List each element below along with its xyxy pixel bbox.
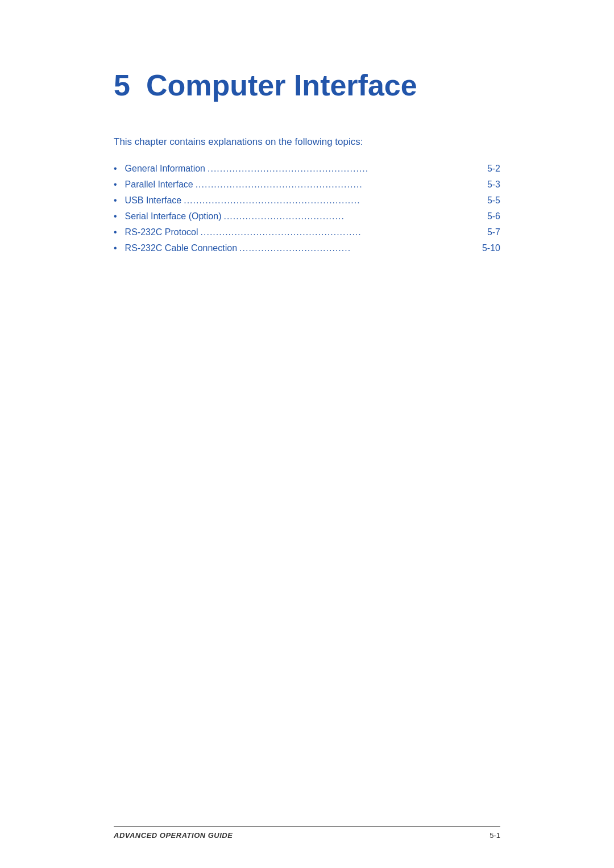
toc-label: Serial Interface (Option) xyxy=(125,211,222,222)
toc-bullet: • xyxy=(114,164,117,174)
intro-text: This chapter contains explanations on th… xyxy=(114,136,500,148)
toc-label: RS-232C Protocol xyxy=(125,227,198,237)
chapter-heading: 5 Computer Interface xyxy=(114,68,500,102)
toc-item[interactable]: •Serial Interface (Option) .............… xyxy=(114,211,500,222)
toc-dots: ........................................… xyxy=(196,180,483,190)
toc-dots: ........................................… xyxy=(201,227,483,237)
toc-dots: ........................................… xyxy=(208,164,483,174)
toc-page: 5-5 xyxy=(487,195,500,206)
chapter-number: 5 xyxy=(114,68,130,102)
footer-title: ADVANCED OPERATION GUIDE xyxy=(114,831,233,840)
page-content: 5 Computer Interface This chapter contai… xyxy=(0,0,614,868)
toc-bullet: • xyxy=(114,195,117,206)
toc-item[interactable]: •USB Interface..........................… xyxy=(114,195,500,206)
page-footer: ADVANCED OPERATION GUIDE 5-1 xyxy=(114,826,500,840)
toc-label: General Information xyxy=(125,164,205,174)
toc-item[interactable]: •Parallel Interface ....................… xyxy=(114,180,500,190)
toc-page: 5-7 xyxy=(487,227,500,237)
toc-item[interactable]: •General Information....................… xyxy=(114,164,500,174)
toc-label: USB Interface xyxy=(125,195,182,206)
chapter-title: Computer Interface xyxy=(146,68,417,102)
toc-list: •General Information....................… xyxy=(114,164,500,253)
toc-item[interactable]: •RS-232C Cable Connection...............… xyxy=(114,243,500,253)
footer-page: 5-1 xyxy=(489,831,500,840)
toc-label: Parallel Interface xyxy=(125,180,193,190)
toc-bullet: • xyxy=(114,180,117,190)
toc-bullet: • xyxy=(114,227,117,237)
toc-page: 5-6 xyxy=(487,211,500,222)
toc-dots: .................................... xyxy=(239,243,478,253)
toc-page: 5-3 xyxy=(487,180,500,190)
toc-dots: ....................................... xyxy=(223,211,482,222)
toc-item[interactable]: •RS-232C Protocol ......................… xyxy=(114,227,500,237)
toc-page: 5-10 xyxy=(482,243,500,253)
toc-label: RS-232C Cable Connection xyxy=(125,243,237,253)
toc-dots: ........................................… xyxy=(184,195,483,206)
toc-bullet: • xyxy=(114,211,117,222)
toc-page: 5-2 xyxy=(487,164,500,174)
toc-bullet: • xyxy=(114,243,117,253)
